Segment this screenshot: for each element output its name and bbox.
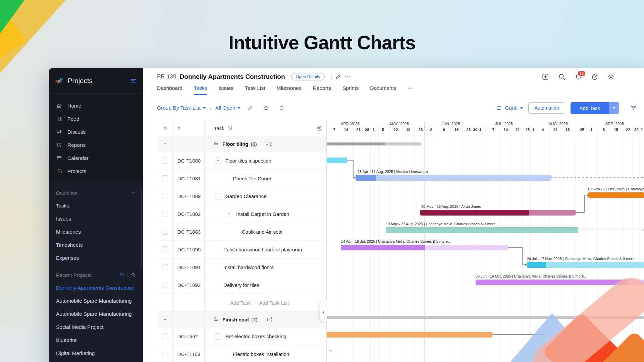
sidebar-item-issues[interactable]: Issues bbox=[49, 212, 143, 225]
gantt-task-bar[interactable] bbox=[356, 175, 551, 181]
sidebar-item-discuss[interactable]: Discuss bbox=[49, 125, 143, 138]
tab-more[interactable]: ⋯ bbox=[408, 85, 414, 95]
tab-reports[interactable]: Reports bbox=[313, 85, 331, 95]
sort-az-icon[interactable]: AZ bbox=[265, 141, 272, 146]
edit-icon[interactable] bbox=[248, 105, 253, 111]
row-checkbox[interactable] bbox=[162, 193, 168, 199]
row-checkbox[interactable] bbox=[162, 229, 168, 235]
star-icon[interactable] bbox=[263, 105, 269, 111]
row-checkbox[interactable] bbox=[162, 333, 168, 339]
table-row[interactable]: DC-T1081Check Tile Count bbox=[158, 170, 326, 187]
tab-milestones[interactable]: Milestones bbox=[277, 85, 302, 95]
table-row[interactable]: DC-T1092Delivery for tiles bbox=[158, 276, 326, 294]
row-checkbox[interactable] bbox=[162, 264, 168, 270]
sort-az-icon[interactable]: AZ bbox=[266, 317, 272, 322]
add-task-link[interactable]: Add Task bbox=[230, 300, 251, 306]
chevron-down-icon[interactable] bbox=[163, 141, 167, 146]
sidebar-item-tasks[interactable]: Tasks bbox=[49, 199, 143, 212]
table-row[interactable]: DC-T1091Install hardwood floors bbox=[158, 258, 326, 276]
sidebar-item-feed[interactable]: Feed bbox=[49, 112, 143, 125]
table-row[interactable]: DC-T662−Set electric boxes checking bbox=[158, 327, 326, 345]
gantt-task-bar[interactable] bbox=[386, 227, 578, 233]
filter-icon[interactable] bbox=[630, 105, 637, 111]
panel-collapse-handle[interactable]: ‹ bbox=[320, 301, 327, 321]
row-checkbox[interactable] bbox=[162, 211, 168, 217]
scroll-left-icon[interactable]: ◂ bbox=[329, 348, 331, 353]
table-row[interactable]: DC-T1082−Install Carpet in Garden bbox=[158, 205, 326, 223]
tab-dashboard[interactable]: Dashboard bbox=[157, 85, 182, 95]
recent-project-item[interactable]: Digital Marketing bbox=[49, 347, 143, 360]
row-checkbox[interactable] bbox=[162, 246, 168, 252]
sidebar-item-calendar[interactable]: Calendar bbox=[49, 152, 143, 165]
table-row[interactable]: DC-T1083Caulk and Air seal bbox=[158, 223, 326, 241]
tab-sprints[interactable]: Sprints bbox=[342, 85, 359, 95]
sidebar-item-projects[interactable]: Projects bbox=[49, 165, 143, 178]
plus-icon[interactable] bbox=[542, 73, 549, 80]
recent-project-item[interactable]: Automobile Spare Manufacturing bbox=[49, 294, 143, 307]
gantt-summary-bar[interactable] bbox=[327, 316, 644, 319]
table-row[interactable]: DC-T1080−Floor tiles inspection bbox=[158, 152, 326, 170]
hamburger-icon[interactable] bbox=[130, 77, 137, 84]
filter-dropdown[interactable]: All Open bbox=[215, 105, 240, 111]
timer-icon[interactable] bbox=[591, 73, 598, 80]
avatar[interactable] bbox=[624, 71, 636, 83]
more-icon[interactable] bbox=[344, 73, 351, 80]
gantt-task-bar[interactable] bbox=[476, 280, 644, 285]
subtask-toggle-icon[interactable]: − bbox=[226, 211, 232, 217]
tab-task-list[interactable]: Task List bbox=[245, 85, 265, 95]
gantt-view-selector[interactable]: Gantt bbox=[496, 105, 523, 111]
table-row[interactable]: DC-T1090Polish hardwood floors of playro… bbox=[158, 241, 326, 258]
subtask-toggle-icon[interactable]: − bbox=[215, 193, 221, 199]
task-group-header[interactable]: Finish coat(7)AZ bbox=[158, 312, 326, 327]
recent-project-item[interactable]: Donnelly Apartments Construction bbox=[49, 281, 143, 294]
table-row[interactable]: DC-T1089−Garden Clearance bbox=[158, 187, 326, 205]
row-checkbox[interactable] bbox=[162, 351, 168, 357]
sidebar-item-expenses[interactable]: Expenses bbox=[49, 251, 143, 264]
sidebar-section-overview[interactable]: Overview bbox=[49, 186, 143, 199]
gantt-task-bar[interactable] bbox=[420, 210, 576, 216]
group-by-dropdown[interactable]: Group By Task List bbox=[157, 105, 206, 111]
gantt-task-bar[interactable] bbox=[327, 332, 492, 338]
recent-project-item[interactable]: Social Media Project bbox=[49, 320, 143, 334]
tab-documents[interactable]: Documents bbox=[370, 85, 396, 95]
gantt-task-bar[interactable] bbox=[527, 262, 644, 268]
automation-button[interactable]: Automation bbox=[528, 102, 565, 114]
gear-icon[interactable] bbox=[607, 73, 615, 80]
sidebar-item-milestones[interactable]: Milestones bbox=[49, 225, 143, 238]
search-icon[interactable] bbox=[558, 73, 566, 80]
add-task-button[interactable]: Add Task bbox=[571, 102, 619, 114]
gantt-summary-bar[interactable] bbox=[327, 142, 421, 145]
row-checkbox[interactable] bbox=[162, 282, 168, 288]
subtask-toggle-icon[interactable]: − bbox=[215, 333, 221, 340]
gantt-task-bar[interactable] bbox=[588, 192, 644, 198]
hierarchy-icon[interactable] bbox=[316, 125, 322, 131]
alarm-icon[interactable] bbox=[228, 126, 233, 131]
recent-project-item[interactable]: Automobile Spare Manufacturing bbox=[49, 307, 143, 320]
open-details-button[interactable]: Open Details bbox=[291, 73, 325, 80]
pen-icon[interactable] bbox=[335, 74, 341, 80]
sidebar-item-home[interactable]: Home bbox=[49, 99, 143, 112]
row-checkbox[interactable] bbox=[162, 158, 168, 164]
gantt-task-bar[interactable] bbox=[327, 158, 347, 163]
task-group-header[interactable]: Floor tiling(8)AZ bbox=[158, 136, 326, 152]
sidebar-scrollbar[interactable] bbox=[141, 188, 142, 269]
collapse-all-icon[interactable] bbox=[163, 126, 168, 131]
sidebar-item-reports[interactable]: Reports bbox=[49, 138, 143, 152]
project-sort-icon[interactable] bbox=[119, 273, 124, 278]
tab-tasks[interactable]: Tasks bbox=[194, 85, 207, 95]
column-id[interactable]: # bbox=[173, 121, 205, 136]
chevron-down-icon[interactable] bbox=[163, 317, 167, 322]
gantt-task-bar[interactable] bbox=[341, 245, 508, 250]
bell-icon[interactable]: 12 bbox=[575, 73, 582, 80]
column-task[interactable]: Task bbox=[214, 125, 224, 131]
sidebar-item-timesheets[interactable]: Timesheets bbox=[49, 238, 143, 251]
refresh-icon[interactable] bbox=[279, 105, 284, 111]
add-task-list-link[interactable]: Add Task List bbox=[259, 300, 289, 306]
recent-project-item[interactable]: Blueprint bbox=[49, 334, 143, 347]
table-row[interactable]: DC-T1103Electric boxes installation bbox=[158, 345, 326, 362]
subtask-toggle-icon[interactable]: − bbox=[215, 158, 221, 164]
tab-issues[interactable]: Issues bbox=[218, 85, 233, 95]
row-checkbox[interactable] bbox=[162, 175, 168, 181]
search-icon[interactable] bbox=[131, 273, 136, 278]
chevron-down-icon[interactable] bbox=[131, 190, 136, 195]
